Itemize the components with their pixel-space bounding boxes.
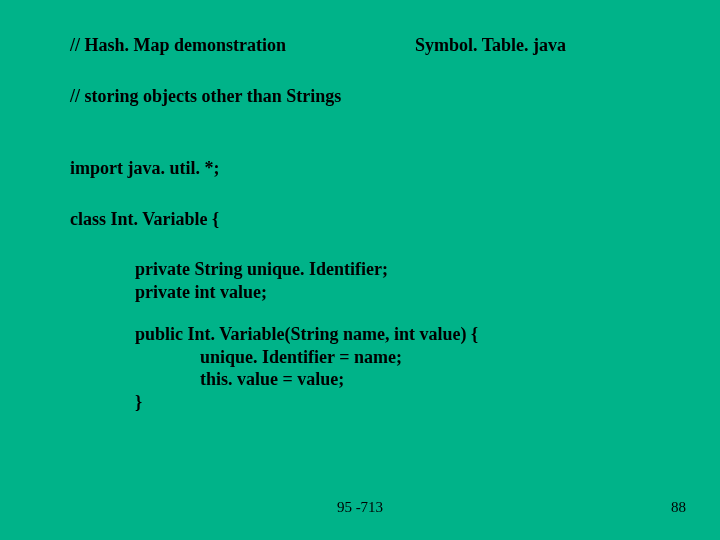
comment-storing: // storing objects other than Strings [70, 85, 660, 108]
header-left: // Hash. Map demonstration [70, 34, 415, 57]
constructor-signature: public Int. Variable(String name, int va… [135, 323, 660, 346]
header-right: Symbol. Table. java [415, 34, 566, 57]
page-number: 88 [671, 499, 686, 516]
footer-center: 95 -713 [0, 499, 720, 516]
constructor-block: public Int. Variable(String name, int va… [70, 323, 660, 413]
import-line: import java. util. *; [70, 157, 660, 180]
slide-content: // Hash. Map demonstration Symbol. Table… [0, 0, 720, 413]
constructor-body: unique. Identifier = name; this. value =… [135, 346, 660, 391]
constructor-close: } [135, 391, 660, 414]
field-value: private int value; [135, 281, 660, 304]
class-declaration: class Int. Variable { [70, 208, 660, 231]
header-row: // Hash. Map demonstration Symbol. Table… [70, 34, 660, 57]
fields-block: private String unique. Identifier; priva… [70, 258, 660, 303]
assign-value: this. value = value; [200, 368, 660, 391]
field-identifier: private String unique. Identifier; [135, 258, 660, 281]
assign-identifier: unique. Identifier = name; [200, 346, 660, 369]
